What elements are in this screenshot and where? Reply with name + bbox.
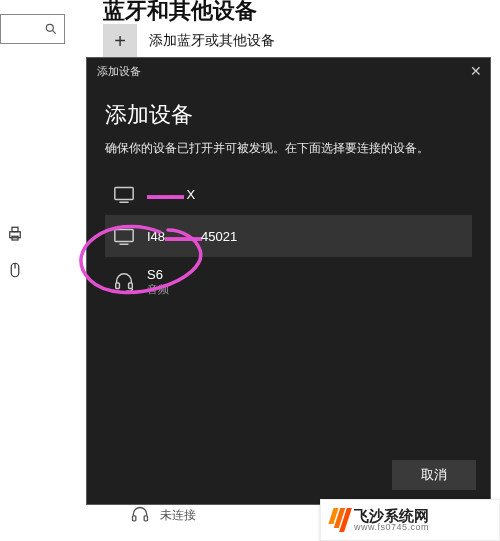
svg-rect-3 <box>12 227 18 232</box>
display-icon <box>113 225 135 247</box>
svg-rect-14 <box>129 283 133 289</box>
headset-icon <box>130 505 150 525</box>
dialog-title: 添加设备 <box>97 64 141 79</box>
svg-rect-2 <box>10 232 21 238</box>
sidebar-icons <box>0 225 24 279</box>
dialog-heading: 添加设备 <box>105 100 472 130</box>
cancel-button[interactable]: 取消 <box>392 460 476 490</box>
device-status-label: 未连接 <box>160 507 196 524</box>
headset-icon <box>113 271 135 293</box>
display-icon <box>113 183 135 205</box>
device-name: ▬▬▬ X <box>147 187 195 202</box>
watermark-title: 飞沙系统网 <box>354 508 429 523</box>
device-subtype: 音频 <box>147 282 169 297</box>
dialog-subtext: 确保你的设备已打开并可被发现。在下面选择要连接的设备。 <box>105 140 472 157</box>
add-device-button[interactable]: + <box>103 24 137 58</box>
watermark-logo-icon <box>331 508 348 532</box>
device-row-disconnected[interactable]: 未连接 <box>130 505 196 525</box>
redaction-mark: ▬▬▬ <box>147 187 183 202</box>
add-device-dialog: 添加设备 ✕ 添加设备 确保你的设备已打开并可被发现。在下面选择要连接的设备。 … <box>86 57 491 505</box>
watermark-url: www.fs0745.com <box>354 523 429 532</box>
add-device-label: 添加蓝牙或其他设备 <box>149 32 275 50</box>
svg-rect-9 <box>115 188 133 200</box>
device-item[interactable]: I48▬▬▬45021 <box>105 215 472 257</box>
mouse-icon[interactable] <box>6 261 24 279</box>
redaction-mark: ▬▬▬ <box>165 229 201 244</box>
watermark: 飞沙系统网 www.fs0745.com <box>320 499 500 541</box>
svg-point-0 <box>46 24 53 31</box>
device-name: I48▬▬▬45021 <box>147 229 237 244</box>
page-title: 蓝牙和其他设备 <box>103 0 257 26</box>
search-input[interactable] <box>0 14 65 44</box>
svg-rect-7 <box>133 516 136 521</box>
search-icon <box>44 22 58 36</box>
device-list: ▬▬▬ X I48▬▬▬45021 S6 <box>105 173 472 307</box>
svg-rect-11 <box>115 230 133 242</box>
svg-line-1 <box>52 30 55 33</box>
device-item[interactable]: S6 音频 <box>105 257 472 307</box>
close-icon[interactable]: ✕ <box>470 63 482 79</box>
printer-icon[interactable] <box>6 225 24 243</box>
svg-rect-13 <box>116 283 120 289</box>
device-name: S6 <box>147 267 169 282</box>
device-item[interactable]: ▬▬▬ X <box>105 173 472 215</box>
svg-rect-8 <box>144 516 147 521</box>
